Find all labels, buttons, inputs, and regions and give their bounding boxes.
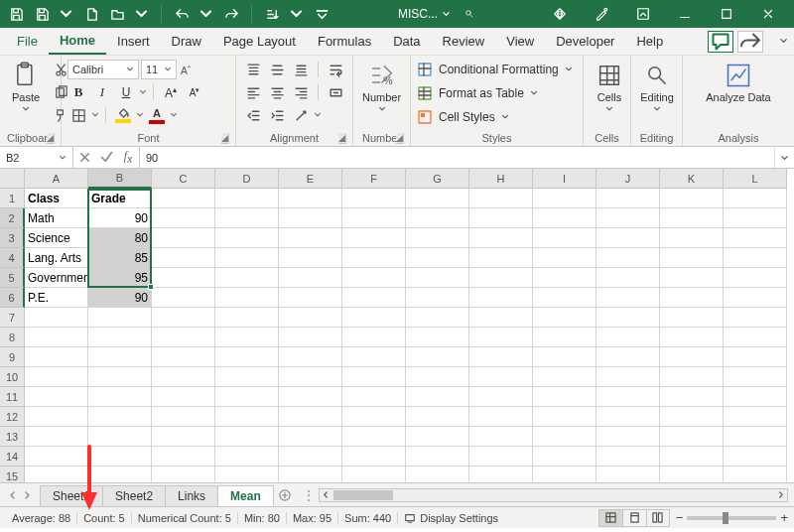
cell[interactable] bbox=[469, 268, 533, 288]
sheet-tab-mean[interactable]: Mean bbox=[217, 485, 274, 506]
cell[interactable] bbox=[152, 407, 215, 427]
cell[interactable] bbox=[215, 228, 279, 248]
cell[interactable] bbox=[342, 308, 406, 328]
cell[interactable] bbox=[279, 288, 342, 308]
cell[interactable] bbox=[342, 466, 406, 482]
sheet-tab-links[interactable]: Links bbox=[165, 485, 218, 506]
cell[interactable] bbox=[596, 367, 660, 387]
wrap-text-icon[interactable] bbox=[325, 60, 346, 79]
cell[interactable] bbox=[25, 427, 88, 447]
cell[interactable] bbox=[660, 347, 724, 367]
cell[interactable] bbox=[660, 328, 724, 347]
cell[interactable] bbox=[152, 208, 215, 228]
maximize-icon[interactable] bbox=[707, 0, 746, 28]
align-middle-icon[interactable] bbox=[266, 60, 288, 79]
cell[interactable] bbox=[25, 367, 88, 387]
col-header[interactable]: D bbox=[215, 169, 279, 189]
cell[interactable] bbox=[152, 427, 215, 447]
italic-button[interactable]: I bbox=[91, 82, 113, 102]
cell[interactable] bbox=[342, 407, 406, 427]
cell[interactable] bbox=[596, 288, 660, 308]
cell[interactable] bbox=[596, 387, 660, 407]
cell[interactable] bbox=[152, 308, 215, 328]
comments-button[interactable] bbox=[708, 31, 733, 53]
cell[interactable] bbox=[342, 347, 406, 367]
cell[interactable] bbox=[342, 268, 406, 288]
align-top-icon[interactable] bbox=[242, 60, 264, 79]
tab-splitter[interactable]: ⋮ bbox=[303, 488, 315, 502]
increase-font-size-icon[interactable]: A▴ bbox=[160, 82, 182, 102]
cell[interactable] bbox=[533, 288, 596, 308]
enter-fx-icon[interactable] bbox=[95, 148, 117, 168]
cell[interactable] bbox=[724, 288, 787, 308]
cell[interactable] bbox=[406, 347, 469, 367]
tab-help[interactable]: Help bbox=[625, 28, 674, 55]
cell[interactable] bbox=[88, 466, 152, 482]
cell[interactable] bbox=[724, 189, 787, 208]
cell[interactable] bbox=[596, 347, 660, 367]
cell[interactable] bbox=[279, 248, 342, 268]
cell[interactable] bbox=[660, 407, 724, 427]
tab-page-layout[interactable]: Page Layout bbox=[212, 28, 307, 55]
cell[interactable]: Government bbox=[25, 268, 88, 288]
cell[interactable] bbox=[215, 387, 279, 407]
cell[interactable] bbox=[724, 308, 787, 328]
cell[interactable]: Science bbox=[25, 228, 88, 248]
cell[interactable] bbox=[88, 407, 152, 427]
cell[interactable] bbox=[342, 288, 406, 308]
fill-color-button[interactable] bbox=[112, 105, 134, 125]
autosave-toggle-icon[interactable] bbox=[6, 4, 26, 24]
cell[interactable] bbox=[469, 248, 533, 268]
cell[interactable] bbox=[279, 328, 342, 347]
alignment-launcher-icon[interactable]: ◢ bbox=[338, 133, 346, 144]
cell[interactable] bbox=[25, 466, 88, 482]
ribbon-options-icon[interactable] bbox=[623, 0, 663, 28]
cell[interactable] bbox=[533, 308, 596, 328]
zoom-out-icon[interactable]: − bbox=[676, 510, 684, 525]
tab-formulas[interactable]: Formulas bbox=[307, 28, 382, 55]
cell[interactable] bbox=[724, 387, 787, 407]
share-button[interactable] bbox=[737, 31, 763, 53]
cell[interactable] bbox=[406, 387, 469, 407]
formula-input[interactable]: 90 bbox=[140, 147, 774, 168]
cell[interactable] bbox=[215, 427, 279, 447]
row-header[interactable]: 5 bbox=[0, 268, 25, 288]
font-size-select[interactable]: 11 bbox=[141, 60, 177, 79]
row-header[interactable]: 4 bbox=[0, 248, 25, 268]
cell[interactable] bbox=[406, 208, 469, 228]
sheet-area[interactable]: ABCDEFGHIJKL1ClassGrade2Math903Science80… bbox=[0, 169, 794, 482]
cell[interactable]: 90 bbox=[88, 208, 152, 228]
redo-icon[interactable] bbox=[221, 4, 241, 24]
col-header[interactable]: G bbox=[406, 169, 469, 189]
cell[interactable] bbox=[342, 387, 406, 407]
row-header[interactable]: 2 bbox=[0, 208, 25, 228]
cell[interactable] bbox=[724, 328, 787, 347]
cell[interactable] bbox=[660, 248, 724, 268]
col-header[interactable]: J bbox=[596, 169, 660, 189]
cell[interactable] bbox=[215, 367, 279, 387]
cell[interactable] bbox=[279, 228, 342, 248]
cell[interactable] bbox=[88, 347, 152, 367]
cell[interactable] bbox=[215, 248, 279, 268]
cell[interactable] bbox=[724, 268, 787, 288]
cell[interactable] bbox=[279, 427, 342, 447]
cell[interactable] bbox=[660, 208, 724, 228]
editing-button[interactable]: Editing bbox=[637, 60, 677, 115]
number-format-button[interactable]: % Number bbox=[359, 60, 404, 115]
cell[interactable] bbox=[152, 347, 215, 367]
cell[interactable] bbox=[342, 189, 406, 208]
tab-file[interactable]: File bbox=[6, 28, 49, 55]
borders-button[interactable] bbox=[67, 105, 89, 125]
cell[interactable]: P.E. bbox=[25, 288, 88, 308]
cell[interactable] bbox=[596, 308, 660, 328]
cell[interactable] bbox=[215, 268, 279, 288]
cell[interactable] bbox=[25, 347, 88, 367]
row-header[interactable]: 10 bbox=[0, 367, 25, 387]
cell[interactable]: Lang. Arts bbox=[25, 248, 88, 268]
cell[interactable] bbox=[342, 427, 406, 447]
cell[interactable] bbox=[406, 268, 469, 288]
cell[interactable] bbox=[279, 367, 342, 387]
cell[interactable] bbox=[469, 189, 533, 208]
cell[interactable] bbox=[469, 407, 533, 427]
cell[interactable] bbox=[724, 248, 787, 268]
